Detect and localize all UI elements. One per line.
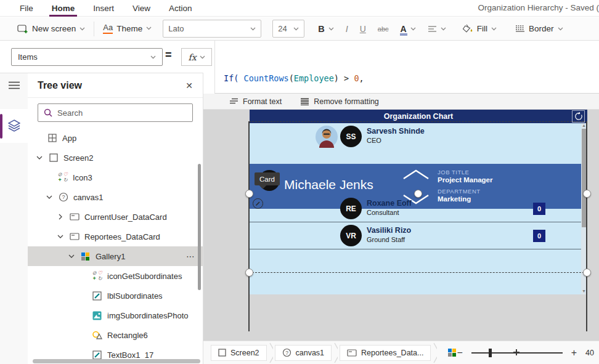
tree-item-lblsubordinates[interactable]: lblSubordinates bbox=[28, 286, 203, 305]
tree-item-canvas1[interactable]: ? canvas1 bbox=[28, 187, 203, 207]
chevron-down-icon bbox=[293, 27, 299, 31]
tree-item-app[interactable]: App bbox=[28, 128, 203, 148]
design-canvas[interactable]: Organization Chart SS bbox=[203, 110, 599, 341]
underline-button[interactable]: U bbox=[360, 24, 366, 34]
screen-icon bbox=[47, 153, 59, 162]
breadcrumb-label: canvas1 bbox=[296, 349, 325, 357]
menu-file[interactable]: File bbox=[18, 1, 35, 15]
fill-button[interactable]: Fill bbox=[462, 24, 497, 34]
resize-handle[interactable] bbox=[583, 269, 591, 277]
chevron-down-icon bbox=[150, 55, 156, 59]
chevron-down-icon[interactable] bbox=[46, 195, 53, 199]
tree-search-box bbox=[38, 103, 193, 122]
border-label: Border bbox=[529, 24, 554, 33]
breadcrumb-separator bbox=[433, 342, 437, 363]
icon-set-icon: ⊘♡+↻ bbox=[91, 270, 103, 281]
status-bar: Screen2 ? canvas1 Reportees_Data... − + … bbox=[203, 341, 599, 364]
formula-editor[interactable]: If( CountRows(Employee) > 0, Office365Us… bbox=[214, 41, 599, 94]
align-button[interactable] bbox=[428, 25, 446, 33]
app-icon bbox=[46, 134, 58, 142]
font-family-value: Lato bbox=[168, 24, 250, 33]
resize-handle[interactable] bbox=[583, 190, 591, 198]
breadcrumb-screen2[interactable]: Screen2 bbox=[211, 345, 267, 361]
chevron-down-icon bbox=[250, 27, 256, 31]
tree-vertical-scrollbar[interactable] bbox=[198, 164, 201, 290]
tree-item-label: Screen2 bbox=[63, 153, 93, 163]
zoom-percentage: 40 bbox=[585, 349, 594, 357]
gallery-chip[interactable] bbox=[447, 348, 457, 357]
chevron-down-icon[interactable] bbox=[57, 235, 64, 238]
tree-horizontal-scrollbar[interactable] bbox=[33, 359, 200, 363]
font-color-icon: A bbox=[401, 24, 407, 34]
resize-handle[interactable] bbox=[245, 269, 253, 277]
tree-item-currentuser-datacard[interactable]: CurrentUser_DataCard bbox=[28, 207, 203, 227]
font-size-select[interactable]: 24 bbox=[272, 20, 304, 38]
zoom-slider[interactable] bbox=[471, 352, 563, 354]
tree-item-icongetsubordinates[interactable]: ⊘♡+↻ iconGetSubordinates bbox=[28, 266, 203, 286]
rail-tree-view-button[interactable] bbox=[0, 109, 28, 143]
menu-view[interactable]: View bbox=[131, 1, 152, 15]
fx-icon: fx bbox=[188, 52, 196, 62]
tree-item-screen2[interactable]: Screen2 bbox=[28, 148, 203, 168]
tree-item-icon3[interactable]: ⊘♡+↻ Icon3 bbox=[28, 168, 203, 187]
chevron-down-icon bbox=[558, 27, 563, 31]
chevron-down-icon bbox=[79, 27, 85, 31]
tree-item-rectangle6[interactable]: Rectangle6 bbox=[28, 325, 203, 345]
menu-action[interactable]: Action bbox=[168, 1, 194, 15]
org-chart-title: Organization Chart bbox=[384, 112, 454, 121]
text-format-group: B I U abc A bbox=[318, 24, 446, 34]
menu-home[interactable]: Home bbox=[51, 1, 76, 15]
align-icon bbox=[428, 25, 437, 33]
chevron-right-icon[interactable] bbox=[57, 214, 64, 220]
format-text-button[interactable]: Format text bbox=[229, 97, 282, 106]
zoom-in-button[interactable]: + bbox=[571, 347, 577, 358]
chevron-down-icon[interactable] bbox=[36, 156, 43, 160]
property-select[interactable]: Items bbox=[11, 48, 163, 66]
font-size-value: 24 bbox=[278, 24, 293, 33]
edit-pencil-icon[interactable] bbox=[253, 198, 263, 209]
chevron-down-icon[interactable] bbox=[68, 254, 75, 258]
tree-item-imgsubordinatesphoto[interactable]: imgSubordinatesPhoto bbox=[28, 305, 203, 325]
fill-label: Fill bbox=[477, 24, 487, 33]
breadcrumb-reportees-datacard[interactable]: Reportees_Data... bbox=[340, 345, 431, 361]
strikethrough-button[interactable]: abc bbox=[378, 25, 389, 33]
search-icon bbox=[44, 108, 52, 117]
new-screen-button[interactable]: New screen bbox=[17, 24, 85, 33]
zoom-slider-handle[interactable] bbox=[489, 349, 492, 357]
tree-item-label: Reportees_DataCard bbox=[84, 232, 160, 241]
menu-insert[interactable]: Insert bbox=[92, 1, 115, 15]
fill-bucket-icon bbox=[462, 24, 473, 34]
hamburger-icon[interactable] bbox=[9, 81, 20, 89]
toolbar-divider bbox=[94, 22, 94, 36]
gallery-icon bbox=[79, 252, 91, 261]
refresh-button[interactable] bbox=[572, 110, 585, 123]
font-color-button[interactable]: A bbox=[401, 24, 416, 34]
breadcrumb-separator bbox=[333, 342, 338, 363]
chevron-down-icon bbox=[200, 55, 205, 59]
close-icon[interactable]: ✕ bbox=[185, 81, 193, 91]
resize-handle[interactable] bbox=[414, 190, 422, 198]
font-family-select[interactable]: Lato bbox=[163, 20, 261, 38]
zoom-100-tick bbox=[516, 349, 517, 355]
formula-bar-left: Items = fx bbox=[0, 41, 214, 73]
border-button[interactable]: Border bbox=[515, 24, 563, 33]
fx-dropdown[interactable]: fx bbox=[181, 48, 212, 66]
equals-sign: = bbox=[165, 49, 172, 62]
remove-formatting-icon bbox=[300, 98, 309, 105]
bold-button[interactable]: B bbox=[318, 24, 333, 34]
search-input[interactable] bbox=[57, 108, 187, 118]
tree-item-gallery1[interactable]: Gallery1 ⋯ bbox=[28, 246, 203, 266]
italic-button[interactable]: I bbox=[346, 24, 348, 34]
tree-item-label: CurrentUser_DataCard bbox=[84, 212, 167, 222]
layers-icon bbox=[8, 119, 20, 132]
datacard-icon bbox=[68, 233, 80, 240]
zoom-out-button[interactable]: − bbox=[457, 347, 462, 358]
theme-label: Theme bbox=[116, 24, 142, 33]
breadcrumb-canvas1[interactable]: ? canvas1 bbox=[275, 345, 332, 361]
remove-formatting-button[interactable]: Remove formatting bbox=[300, 97, 379, 106]
theme-button[interactable]: Aa Theme bbox=[103, 23, 152, 33]
new-screen-icon bbox=[17, 25, 28, 33]
tree-item-reportees-datacard[interactable]: Reportees_DataCard bbox=[28, 227, 203, 246]
resize-handle[interactable] bbox=[245, 190, 253, 198]
tree-item-label: imgSubordinatesPhoto bbox=[107, 311, 189, 320]
